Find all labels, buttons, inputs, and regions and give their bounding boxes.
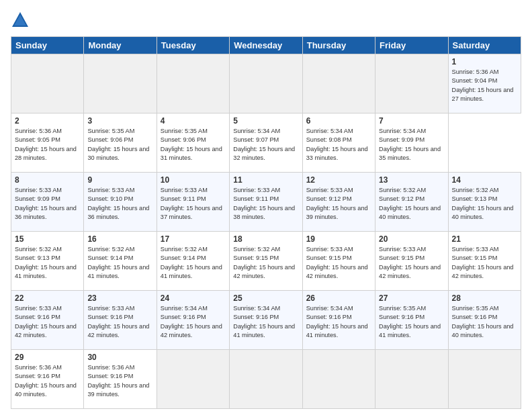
calendar-cell-day-24: 24Sunrise: 5:34 AMSunset: 9:16 PMDayligh… bbox=[157, 291, 229, 350]
empty-cell bbox=[375, 54, 448, 113]
calendar-cell-day-22: 22Sunrise: 5:33 AMSunset: 9:16 PMDayligh… bbox=[11, 291, 84, 350]
calendar-week-row: 29Sunrise: 5:36 AMSunset: 9:16 PMDayligh… bbox=[11, 350, 521, 409]
header-monday: Monday bbox=[84, 37, 157, 54]
calendar-week-row: 1Sunrise: 5:36 AMSunset: 9:04 PMDaylight… bbox=[11, 54, 521, 113]
empty-cell bbox=[11, 54, 84, 113]
header-sunday: Sunday bbox=[11, 37, 84, 54]
calendar-cell-day-6: 6Sunrise: 5:34 AMSunset: 9:08 PMDaylight… bbox=[302, 113, 375, 173]
empty-cell bbox=[302, 350, 375, 409]
calendar-week-row: 15Sunrise: 5:32 AMSunset: 9:13 PMDayligh… bbox=[11, 232, 521, 291]
calendar-cell-day-13: 13Sunrise: 5:32 AMSunset: 9:12 PMDayligh… bbox=[375, 173, 448, 232]
calendar-cell-day-15: 15Sunrise: 5:32 AMSunset: 9:13 PMDayligh… bbox=[11, 232, 84, 291]
calendar-cell-day-21: 21Sunrise: 5:33 AMSunset: 9:15 PMDayligh… bbox=[448, 232, 521, 291]
calendar-cell-day-12: 12Sunrise: 5:33 AMSunset: 9:12 PMDayligh… bbox=[302, 173, 375, 232]
calendar-page: SundayMondayTuesdayWednesdayThursdayFrid… bbox=[0, 0, 532, 411]
empty-cell bbox=[230, 54, 302, 113]
calendar-cell-day-17: 17Sunrise: 5:32 AMSunset: 9:14 PMDayligh… bbox=[157, 232, 229, 291]
calendar-cell-day-10: 10Sunrise: 5:33 AMSunset: 9:11 PMDayligh… bbox=[157, 173, 229, 232]
calendar-cell-day-23: 23Sunrise: 5:33 AMSunset: 9:16 PMDayligh… bbox=[84, 291, 157, 350]
calendar-cell-day-11: 11Sunrise: 5:33 AMSunset: 9:11 PMDayligh… bbox=[230, 173, 302, 232]
empty-cell bbox=[302, 54, 375, 113]
calendar-cell-day-7: 7Sunrise: 5:34 AMSunset: 9:09 PMDaylight… bbox=[375, 113, 448, 173]
calendar-cell-day-14: 14Sunrise: 5:32 AMSunset: 9:13 PMDayligh… bbox=[448, 173, 521, 232]
calendar-week-row: 2Sunrise: 5:36 AMSunset: 9:05 PMDaylight… bbox=[11, 113, 521, 173]
empty-cell bbox=[157, 350, 229, 409]
calendar-cell-day-9: 9Sunrise: 5:33 AMSunset: 9:10 PMDaylight… bbox=[84, 173, 157, 232]
header-tuesday: Tuesday bbox=[157, 37, 229, 54]
page-header bbox=[11, 11, 521, 30]
empty-cell bbox=[157, 54, 229, 113]
logo bbox=[11, 11, 32, 30]
calendar-cell-day-30: 30Sunrise: 5:36 AMSunset: 9:16 PMDayligh… bbox=[84, 350, 157, 409]
empty-cell bbox=[84, 54, 157, 113]
header-friday: Friday bbox=[375, 37, 448, 54]
header-thursday: Thursday bbox=[302, 37, 375, 54]
calendar-cell-day-8: 8Sunrise: 5:33 AMSunset: 9:09 PMDaylight… bbox=[11, 173, 84, 232]
calendar-cell-day-27: 27Sunrise: 5:35 AMSunset: 9:16 PMDayligh… bbox=[375, 291, 448, 350]
calendar-cell-day-3: 3Sunrise: 5:35 AMSunset: 9:06 PMDaylight… bbox=[84, 113, 157, 173]
calendar-cell-day-26: 26Sunrise: 5:34 AMSunset: 9:16 PMDayligh… bbox=[302, 291, 375, 350]
calendar-week-row: 22Sunrise: 5:33 AMSunset: 9:16 PMDayligh… bbox=[11, 291, 521, 350]
calendar-header-row: SundayMondayTuesdayWednesdayThursdayFrid… bbox=[11, 37, 521, 54]
empty-cell bbox=[448, 350, 521, 409]
header-wednesday: Wednesday bbox=[230, 37, 302, 54]
calendar-cell-day-2: 2Sunrise: 5:36 AMSunset: 9:05 PMDaylight… bbox=[11, 113, 84, 173]
calendar-cell-day-25: 25Sunrise: 5:34 AMSunset: 9:16 PMDayligh… bbox=[230, 291, 302, 350]
calendar-cell-day-16: 16Sunrise: 5:32 AMSunset: 9:14 PMDayligh… bbox=[84, 232, 157, 291]
calendar-cell-day-4: 4Sunrise: 5:35 AMSunset: 9:06 PMDaylight… bbox=[157, 113, 229, 173]
calendar-cell-day-1: 1Sunrise: 5:36 AMSunset: 9:04 PMDaylight… bbox=[448, 54, 521, 113]
calendar-cell-day-29: 29Sunrise: 5:36 AMSunset: 9:16 PMDayligh… bbox=[11, 350, 84, 409]
calendar-cell-day-5: 5Sunrise: 5:34 AMSunset: 9:07 PMDaylight… bbox=[230, 113, 302, 173]
calendar-week-row: 8Sunrise: 5:33 AMSunset: 9:09 PMDaylight… bbox=[11, 173, 521, 232]
logo-icon bbox=[11, 11, 30, 30]
calendar-cell-day-18: 18Sunrise: 5:32 AMSunset: 9:15 PMDayligh… bbox=[230, 232, 302, 291]
calendar-cell-day-28: 28Sunrise: 5:35 AMSunset: 9:16 PMDayligh… bbox=[448, 291, 521, 350]
empty-cell bbox=[375, 350, 448, 409]
header-saturday: Saturday bbox=[448, 37, 521, 54]
calendar-cell-day-20: 20Sunrise: 5:33 AMSunset: 9:15 PMDayligh… bbox=[375, 232, 448, 291]
calendar-table: SundayMondayTuesdayWednesdayThursdayFrid… bbox=[11, 36, 521, 409]
empty-cell bbox=[230, 350, 302, 409]
calendar-cell-day-19: 19Sunrise: 5:33 AMSunset: 9:15 PMDayligh… bbox=[302, 232, 375, 291]
